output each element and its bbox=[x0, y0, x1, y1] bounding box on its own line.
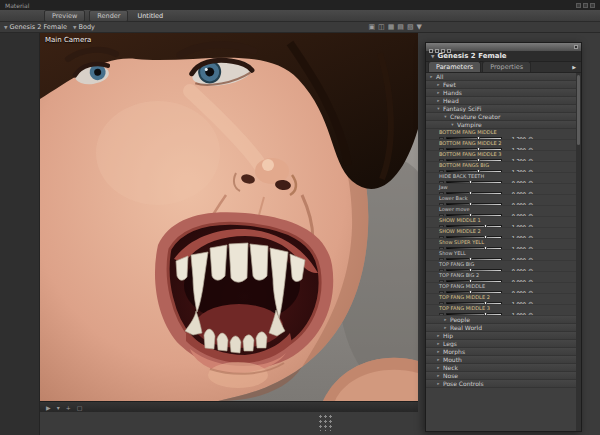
tab-parameters[interactable]: Parameters bbox=[428, 61, 481, 72]
morph-slider-top-fang-big: TOP FANG BIG0.000⚙▸ bbox=[426, 261, 576, 272]
aspect-frame-icon[interactable]: ▧ bbox=[407, 23, 414, 31]
tree-group-feet[interactable]: ▸Feet bbox=[426, 81, 576, 89]
scrollbar-thumb[interactable] bbox=[577, 75, 580, 145]
tab-properties[interactable]: Properties bbox=[482, 61, 531, 72]
aim-tool-icon[interactable]: + bbox=[66, 404, 71, 411]
render-tab[interactable]: Render bbox=[89, 10, 128, 22]
close-icon[interactable] bbox=[590, 3, 595, 8]
tree-group-label: Feet bbox=[443, 81, 456, 88]
morph-slider-bottom-fangs-big: BOTTOM FANGS BIG1.200⚙▸ bbox=[426, 162, 576, 173]
expander-icon[interactable]: ▾ bbox=[450, 122, 455, 127]
morph-slider-top-fang-big-2: TOP FANG BIG 20.000⚙▸ bbox=[426, 272, 576, 283]
left-dock-strip bbox=[0, 33, 40, 435]
morph-label: HIDE BACK TEETH bbox=[426, 174, 576, 179]
render-3d-face bbox=[40, 33, 418, 401]
morph-slider-bottom-fang-middle-2: BOTTOM FANG MIDDLE 21.200⚙▸ bbox=[426, 140, 576, 151]
minimize-icon[interactable] bbox=[576, 3, 581, 8]
camera-menu-icon[interactable]: ▼ bbox=[417, 23, 422, 31]
panel-titlebar[interactable] bbox=[426, 43, 581, 51]
menu-bar: Preview Render Untitled bbox=[0, 10, 600, 22]
figure-selector[interactable]: ▼ Genesis 2 Female bbox=[4, 23, 67, 31]
expander-icon[interactable]: ▸ bbox=[443, 325, 448, 330]
tree-group-vampire[interactable]: ▾Vampire bbox=[426, 121, 576, 129]
tree-group-hip[interactable]: ▸Hip bbox=[426, 332, 576, 340]
expander-icon[interactable]: ▸ bbox=[443, 317, 448, 322]
material-pane-tab[interactable]: Material bbox=[5, 2, 29, 9]
expander-icon[interactable]: ▸ bbox=[436, 82, 441, 87]
layout-single-icon[interactable]: ▣ bbox=[368, 23, 375, 31]
expander-icon[interactable]: ▾ bbox=[443, 114, 448, 119]
morph-slider-jaw: Jaw0.000⚙▸ bbox=[426, 184, 576, 195]
tree-group-mouth[interactable]: ▸Mouth bbox=[426, 356, 576, 364]
layout-grid-icon[interactable]: ▦ bbox=[388, 23, 395, 31]
tree-group-label: Hands bbox=[443, 89, 462, 96]
dock-drag-handle[interactable] bbox=[317, 413, 333, 431]
tree-group-hands[interactable]: ▸Hands bbox=[426, 89, 576, 97]
panel-scrollbar[interactable] bbox=[576, 73, 581, 431]
tree-group-label: Creature Creator bbox=[450, 113, 500, 120]
window-top-strip: Material bbox=[0, 0, 600, 10]
morph-label: TOP FANG MIDDLE 3 bbox=[426, 306, 576, 311]
tree-group-label: Legs bbox=[443, 340, 457, 347]
expander-icon[interactable]: ▸ bbox=[436, 333, 441, 338]
dock-grip-icon[interactable] bbox=[429, 49, 433, 53]
expander-icon[interactable]: ▸ bbox=[436, 341, 441, 346]
expander-icon[interactable]: ▸ bbox=[436, 365, 441, 370]
viewport-option-icons: ▣◫▦▤▧▼ bbox=[368, 23, 422, 31]
tree-group-label: Head bbox=[443, 97, 459, 104]
morph-label: Jaw bbox=[426, 185, 576, 190]
tree-group-label: Fantasy SciFi bbox=[443, 105, 481, 112]
expander-icon[interactable]: ▸ bbox=[436, 98, 441, 103]
tree-group-label: Nose bbox=[443, 372, 458, 379]
morph-label: TOP FANG MIDDLE bbox=[426, 284, 576, 289]
bodypart-selector[interactable]: ▼ Body bbox=[73, 23, 95, 31]
expander-icon[interactable]: ▸ bbox=[436, 373, 441, 378]
viewport[interactable]: Main Camera bbox=[40, 33, 418, 401]
expander-icon[interactable]: ▸ bbox=[436, 381, 441, 386]
tree-group-legs[interactable]: ▸Legs bbox=[426, 340, 576, 348]
morph-label: TOP FANG BIG bbox=[426, 262, 576, 267]
morph-label: Show YELL bbox=[426, 251, 576, 256]
tree-group-nose[interactable]: ▸Nose bbox=[426, 372, 576, 380]
tree-group-head[interactable]: ▸Head bbox=[426, 97, 576, 105]
dropdown-arrow-icon: ▼ bbox=[4, 25, 7, 30]
morph-slider-hide-back-teeth: HIDE BACK TEETH0.000⚙▸ bbox=[426, 173, 576, 184]
tree-group-morphs[interactable]: ▸Morphs bbox=[426, 348, 576, 356]
morph-label: SHOW MIDDLE 1 bbox=[426, 218, 576, 223]
figure-selector-label: Genesis 2 Female bbox=[9, 23, 67, 31]
morph-label: SHOW MIDDLE 2 bbox=[426, 229, 576, 234]
morph-slider-top-fang-middle-3: TOP FANG MIDDLE 31.000⚙▸ bbox=[426, 305, 576, 316]
camera-dropdown-icon[interactable]: ▾ bbox=[57, 404, 60, 411]
tree-group-creature-creator[interactable]: ▾Creature Creator bbox=[426, 113, 576, 121]
expander-icon[interactable]: ▸ bbox=[436, 90, 441, 95]
layout-rows-icon[interactable]: ▤ bbox=[397, 23, 404, 31]
tab-scroll-right-icon[interactable]: ▶ bbox=[572, 64, 579, 72]
tree-group-real-world[interactable]: ▸Real World bbox=[426, 324, 576, 332]
cursor-tool-icon[interactable]: ▶ bbox=[46, 404, 51, 411]
expander-icon[interactable]: ▸ bbox=[436, 357, 441, 362]
morph-slider-show-yell: Show YELL0.000⚙▸ bbox=[426, 250, 576, 261]
tree-group-label: Hip bbox=[443, 332, 453, 339]
close-icon[interactable] bbox=[574, 45, 578, 49]
expander-icon[interactable]: ▾ bbox=[436, 106, 441, 111]
morph-label: Lower Back bbox=[426, 196, 576, 201]
frame-tool-icon[interactable]: ▢ bbox=[77, 404, 83, 411]
node-selection-bar: ▼ Genesis 2 Female ▼ Body ▣◫▦▤▧▼ bbox=[0, 22, 600, 33]
preview-tab[interactable]: Preview bbox=[44, 10, 85, 22]
viewport-toolbar: ▶▾+▢ bbox=[40, 401, 418, 412]
tree-group-neck[interactable]: ▸Neck bbox=[426, 364, 576, 372]
bodypart-selector-label: Body bbox=[78, 23, 94, 31]
tree-group-label: People bbox=[450, 316, 470, 323]
maximize-icon[interactable] bbox=[583, 3, 588, 8]
expander-icon[interactable]: ▸ bbox=[436, 349, 441, 354]
expander-icon[interactable]: ▸ bbox=[429, 74, 434, 79]
tree-group-all[interactable]: ▸All bbox=[426, 73, 576, 81]
morph-slider-top-fang-middle-2: TOP FANG MIDDLE 21.000⚙▸ bbox=[426, 294, 576, 305]
tree-group-pose-controls[interactable]: ▸Pose Controls bbox=[426, 380, 576, 388]
panel-collapse-arrow-icon[interactable]: ▼ bbox=[431, 54, 434, 59]
tree-group-people[interactable]: ▸People bbox=[426, 316, 576, 324]
tree-group-label: Mouth bbox=[443, 356, 462, 363]
camera-label: Main Camera bbox=[45, 36, 91, 44]
layout-split-icon[interactable]: ◫ bbox=[378, 23, 385, 31]
tree-group-fantasy-scifi[interactable]: ▾Fantasy SciFi bbox=[426, 105, 576, 113]
